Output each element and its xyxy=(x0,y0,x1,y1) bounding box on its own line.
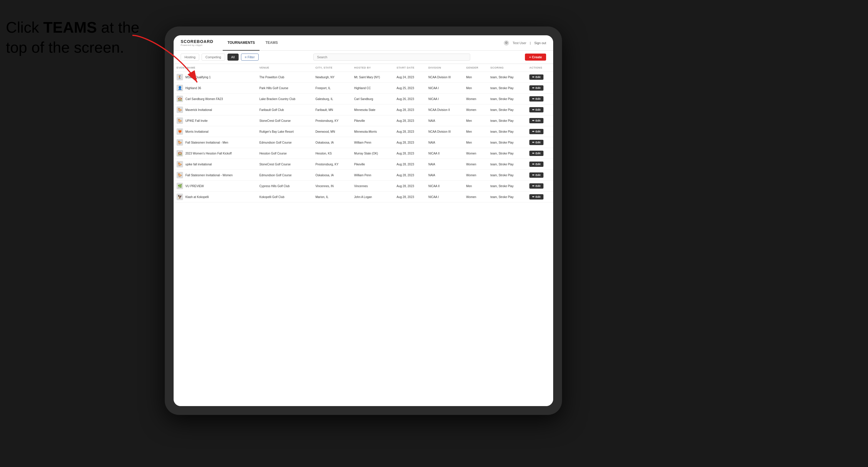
cell-gender: Women xyxy=(463,192,487,203)
cell-venue: Lake Bracken Country Club xyxy=(256,94,312,104)
cell-hosted: Pikeville xyxy=(351,159,394,170)
cell-gender: Men xyxy=(463,137,487,148)
search-input[interactable] xyxy=(313,54,470,61)
cell-city: Prestonsburg, KY xyxy=(312,115,351,126)
cell-hosted: Highland CC xyxy=(351,83,394,94)
logo-text: SCOREBOARD xyxy=(181,39,213,44)
cell-venue: The Powelton Club xyxy=(256,72,312,83)
edit-button[interactable]: ✏ Edit xyxy=(529,183,544,189)
cell-scoring: team, Stroke Play xyxy=(488,115,526,126)
cell-actions: ✏ Edit xyxy=(526,148,553,159)
cell-division: NAIA xyxy=(426,159,463,170)
cell-actions: ✏ Edit xyxy=(526,104,553,115)
edit-button[interactable]: ✏ Edit xyxy=(529,151,544,156)
cell-venue: Park Hills Golf Course xyxy=(256,83,312,94)
top-nav: SCOREBOARD Powered by clippit TOURNAMENT… xyxy=(174,35,553,51)
cell-scoring: team, Stroke Play xyxy=(488,148,526,159)
edit-button[interactable]: ✏ Edit xyxy=(529,96,544,101)
cell-actions: ✏ Edit xyxy=(526,137,553,148)
table-container: EVENT NAME VENUE CITY, STATE HOSTED BY S… xyxy=(174,64,553,406)
nav-right: ⚙ Test User | Sign out xyxy=(504,40,546,45)
cell-division: NCAA Division III xyxy=(426,126,463,137)
cell-scoring: team, Stroke Play xyxy=(488,137,526,148)
cell-event-name: 🐎 upike fall invitational xyxy=(174,159,256,170)
cell-gender: Women xyxy=(463,148,487,159)
cell-venue: StoneCrest Golf Course xyxy=(256,115,312,126)
cell-event-name: 🏌 MSMC Qualifying 1 xyxy=(174,72,256,83)
cell-actions: ✏ Edit xyxy=(526,94,553,104)
edit-button[interactable]: ✏ Edit xyxy=(529,85,544,91)
cell-gender: Men xyxy=(463,126,487,137)
competing-filter-button[interactable]: Competing xyxy=(202,54,225,61)
all-filter-button[interactable]: All xyxy=(227,54,239,61)
edit-icon: ✏ xyxy=(532,119,535,122)
table-body: 🏌 MSMC Qualifying 1 The Powelton Club Ne… xyxy=(174,72,553,203)
edit-button[interactable]: ✏ Edit xyxy=(529,173,544,178)
cell-gender: Men xyxy=(463,83,487,94)
tab-teams[interactable]: TEAMS xyxy=(261,35,282,51)
filter-button[interactable]: ≡ Filter xyxy=(241,54,259,61)
event-icon: 🦊 xyxy=(177,128,183,135)
cell-city: Vincennes, IN xyxy=(312,181,351,192)
event-icon: 🐎 xyxy=(177,106,183,113)
table-row: 🐎 Maverick Invitational Faribault Golf C… xyxy=(174,104,553,115)
search-area xyxy=(261,54,523,61)
cell-city: Oskaloosa, IA xyxy=(312,170,351,181)
event-name-text: 2023 Women's Hesston Fall Kickoff xyxy=(185,152,231,155)
cell-venue: Edmundson Golf Course xyxy=(256,170,312,181)
hosting-filter-button[interactable]: Hosting xyxy=(181,54,199,61)
edit-icon: ✏ xyxy=(532,108,535,111)
edit-button[interactable]: ✏ Edit xyxy=(529,74,544,80)
table-row: 🦅 Klash at Kokopelli Kokopelli Golf Club… xyxy=(174,192,553,203)
edit-button[interactable]: ✏ Edit xyxy=(529,107,544,113)
edit-button[interactable]: ✏ Edit xyxy=(529,194,544,199)
cell-venue: Kokopelli Golf Club xyxy=(256,192,312,203)
cell-scoring: team, Stroke Play xyxy=(488,72,526,83)
table-row: 🐎 upike fall invitational StoneCrest Gol… xyxy=(174,159,553,170)
cell-division: NCAA Division II xyxy=(426,104,463,115)
edit-icon: ✏ xyxy=(532,185,535,187)
settings-icon[interactable]: ⚙ xyxy=(504,40,509,45)
cell-hosted: Mt. Saint Mary (NY) xyxy=(351,72,394,83)
col-hosted-by: HOSTED BY xyxy=(351,64,394,72)
edit-icon: ✏ xyxy=(532,152,535,155)
sign-out-link[interactable]: Sign out xyxy=(534,41,546,45)
event-name-text: MSMC Qualifying 1 xyxy=(185,75,211,79)
cell-scoring: team, Stroke Play xyxy=(488,126,526,137)
cell-date: Aug 24, 2023 xyxy=(394,72,426,83)
cell-venue: Cypress Hills Golf Club xyxy=(256,181,312,192)
cell-scoring: team, Stroke Play xyxy=(488,170,526,181)
cell-city: Hesston, KS xyxy=(312,148,351,159)
cell-actions: ✏ Edit xyxy=(526,170,553,181)
edit-button[interactable]: ✏ Edit xyxy=(529,118,544,123)
cell-division: NAIA xyxy=(426,137,463,148)
event-name-text: Carl Sandburg Women FA23 xyxy=(185,97,223,101)
col-event-name: EVENT NAME xyxy=(174,64,256,72)
event-icon: 🏌 xyxy=(177,74,183,80)
cell-venue: Ruttger's Bay Lake Resort xyxy=(256,126,312,137)
event-icon: 🐎 xyxy=(177,117,183,124)
edit-button[interactable]: ✏ Edit xyxy=(529,161,544,167)
col-city-state: CITY, STATE xyxy=(312,64,351,72)
instruction-text: Click TEAMS at thetop of the screen. xyxy=(6,18,140,57)
cell-event-name: 🦊 Morris Invitational xyxy=(174,126,256,137)
cell-city: Galesburg, IL xyxy=(312,94,351,104)
edit-icon: ✏ xyxy=(532,75,535,79)
cell-hosted: Minnesota-Morris xyxy=(351,126,394,137)
edit-button[interactable]: ✏ Edit xyxy=(529,129,544,134)
cell-event-name: 👤 Highland 36 xyxy=(174,83,256,94)
edit-button[interactable]: ✏ Edit xyxy=(529,140,544,145)
cell-event-name: 🏫 2023 Women's Hesston Fall Kickoff xyxy=(174,148,256,159)
cell-city: Freeport, IL xyxy=(312,83,351,94)
cell-actions: ✏ Edit xyxy=(526,72,553,83)
edit-icon: ✏ xyxy=(532,174,535,177)
create-button[interactable]: + Create xyxy=(525,54,546,61)
cell-scoring: team, Stroke Play xyxy=(488,104,526,115)
cell-division: NICAA II xyxy=(426,148,463,159)
logo-sub: Powered by clippit xyxy=(181,44,213,46)
event-name-text: upike fall invitational xyxy=(185,163,212,166)
event-name-text: Fall Statesmen Invitational - Women xyxy=(185,174,232,177)
cell-division: NICAA I xyxy=(426,94,463,104)
tab-tournaments[interactable]: TOURNAMENTS xyxy=(223,35,259,51)
cell-hosted: William Penn xyxy=(351,137,394,148)
